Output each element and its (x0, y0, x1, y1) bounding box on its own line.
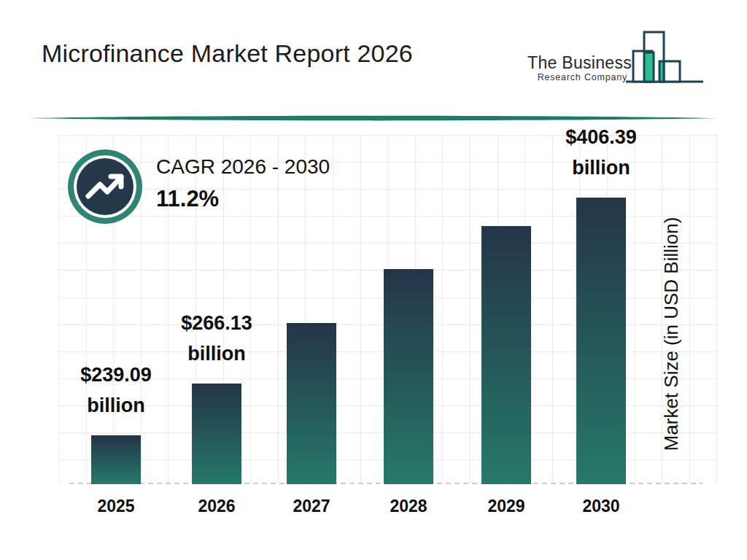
x-axis-label-2026: 2026 (177, 497, 257, 516)
logo-subtitle: Research Company (524, 73, 627, 82)
bar-2027 (287, 323, 336, 484)
cagr-label: CAGR 2026 - 2030 (156, 155, 330, 179)
cagr-block: CAGR 2026 - 2030 11.2% (67, 149, 330, 225)
page-title: Microfinance Market Report 2026 (42, 39, 413, 68)
logo-name: The Business (524, 54, 632, 71)
infographic-canvas: Microfinance Market Report 2026 The Busi… (0, 0, 747, 560)
bar-2030 (576, 198, 626, 484)
logo-bars-icon (626, 26, 708, 85)
bar-value-label-2026: $266.13billion (136, 308, 297, 369)
header-divider (29, 114, 719, 122)
bar-2028 (384, 269, 433, 484)
bar-2029 (481, 226, 531, 484)
brand-logo: The Business Research Company (524, 26, 708, 85)
bar-value-label-2030: $406.39billion (521, 122, 681, 183)
x-axis-label-2029: 2029 (466, 497, 546, 516)
x-axis-label-2028: 2028 (368, 497, 449, 516)
x-axis-label-2025: 2025 (76, 497, 156, 516)
y-axis-title: Market Size (in USD Billion) (660, 201, 682, 467)
bar-2026 (192, 384, 241, 484)
bar-2025 (91, 435, 141, 484)
trend-up-icon (67, 149, 143, 225)
x-axis-label-2027: 2027 (271, 497, 352, 516)
x-axis-label-2030: 2030 (561, 497, 641, 516)
cagr-value: 11.2% (156, 186, 330, 212)
